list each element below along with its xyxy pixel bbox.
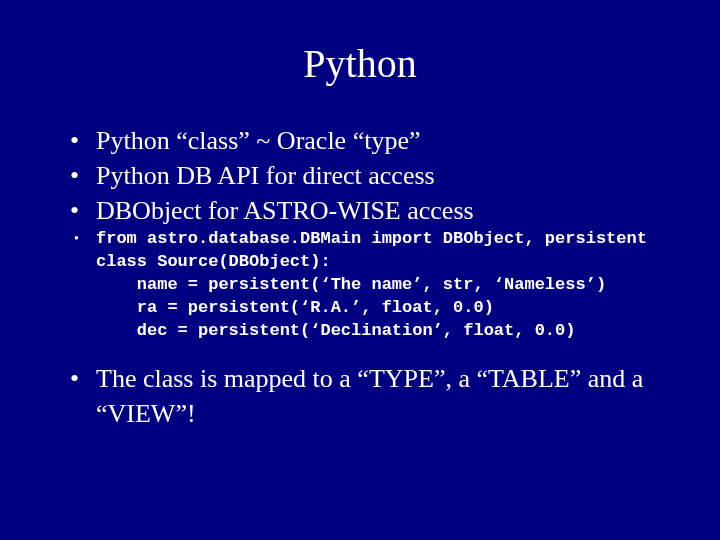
bullet-list-2: The class is mapped to a “TYPE”, a “TABL…: [70, 361, 670, 431]
code-class-block-wrap: class Source(DBObject): name = persisten…: [96, 251, 670, 343]
bullet-text-1: Python “class” ~ Oracle “type”: [96, 126, 421, 155]
slide: Python Python “class” ~ Oracle “type” Py…: [0, 0, 720, 540]
code-class-block: class Source(DBObject): name = persisten…: [96, 251, 670, 343]
bullet-text-2: Python DB API for direct access: [96, 161, 435, 190]
bullet-item-5: The class is mapped to a “TYPE”, a “TABL…: [70, 361, 670, 431]
bullet-item-1: Python “class” ~ Oracle “type”: [70, 123, 670, 158]
bullet-item-2: Python DB API for direct access: [70, 158, 670, 193]
bullet-list: Python “class” ~ Oracle “type” Python DB…: [70, 123, 670, 251]
bullet-text-3: DBObject for ASTRO-WISE access: [96, 196, 474, 225]
slide-title: Python: [50, 40, 670, 87]
code-import-line: from astro.database.DBMain import DBObje…: [96, 228, 670, 251]
bullet-text-5: The class is mapped to a “TYPE”, a “TABL…: [96, 364, 643, 428]
bullet-item-code: from astro.database.DBMain import DBObje…: [70, 228, 670, 251]
bullet-item-3: DBObject for ASTRO-WISE access: [70, 193, 670, 228]
